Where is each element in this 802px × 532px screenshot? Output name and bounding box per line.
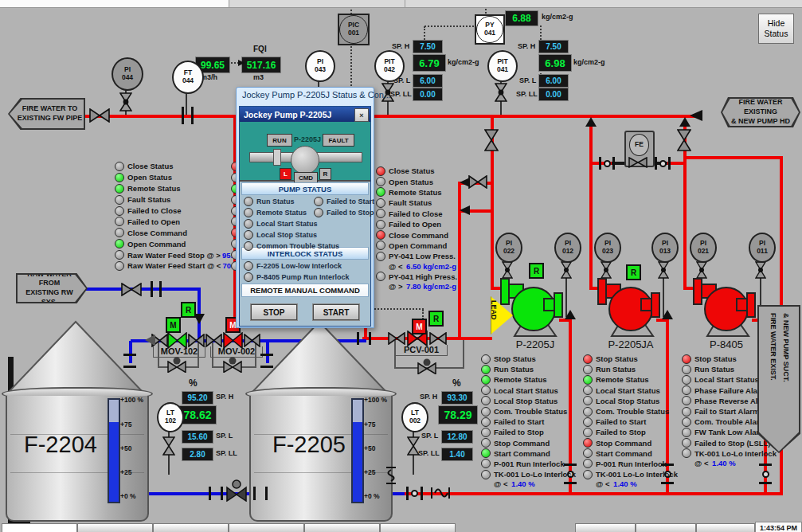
nav-button[interactable] <box>575 523 636 532</box>
nav-button[interactable] <box>380 523 456 532</box>
status-lamp-gray <box>115 261 124 271</box>
pump-p2205ja[interactable] <box>596 277 666 338</box>
status-label: Failed to Stop <box>596 428 646 436</box>
globe-valve-icon[interactable] <box>167 357 186 373</box>
status-lamp-gray <box>244 208 253 217</box>
instrument-pi-044[interactable]: PI 044 <box>111 57 143 91</box>
status-row: Remote Status <box>481 374 581 385</box>
sp-label: SP. H <box>518 42 535 50</box>
nav-button[interactable] <box>304 523 380 532</box>
status-row: Com. Trouble Status <box>583 406 683 417</box>
pump-p2205j[interactable] <box>499 277 569 338</box>
valve-icon[interactable] <box>429 332 447 345</box>
sp-value: 95.20 <box>187 393 207 402</box>
instrument-tag: 023 <box>602 248 613 256</box>
popup-title-bar[interactable]: Jockey Pump P-2205J <box>240 107 370 122</box>
mov102-remote-badge: R <box>181 302 196 318</box>
nav-button[interactable] <box>229 523 304 532</box>
status-label: P-8405 Pump Run Interlock <box>256 273 350 281</box>
instrument-pit-042[interactable]: PIT 042 <box>374 50 405 82</box>
level-fill <box>353 422 362 502</box>
instrument-pi-021[interactable]: PI021 <box>690 233 717 263</box>
f2204-level-gauge <box>108 398 120 503</box>
fqi-label: FQI <box>253 45 267 53</box>
pump-p8405[interactable] <box>691 277 761 338</box>
status-label: Failed to Open <box>389 220 441 229</box>
p2205j-status-list: Stop StatusRun StatusRemote StatusLocal … <box>481 354 581 489</box>
instrument-tag: 011 <box>757 248 768 256</box>
lt102-sp-low: 15.60 <box>182 430 213 444</box>
status-row: P-001 Run Interlock <box>583 459 683 469</box>
instrument-tag: 041 <box>484 29 495 37</box>
instrument-pi-013[interactable]: PI013 <box>651 233 679 263</box>
valve-icon[interactable] <box>188 334 205 347</box>
valve-icon[interactable] <box>677 129 691 151</box>
instrument-py-041[interactable]: PY 041 <box>475 14 505 45</box>
flow-arrow-up <box>679 117 691 127</box>
status-row: Open Status <box>376 176 478 186</box>
status-row: Failed to Start <box>583 417 683 427</box>
status-lamp-gray <box>115 206 124 216</box>
status-lamp-gray <box>682 428 691 437</box>
status-lamp-gray <box>583 428 593 437</box>
p2205ja-remote-badge: R <box>626 264 641 280</box>
status-label: Remote Status <box>256 209 307 217</box>
status-lamp-gray <box>583 385 593 395</box>
instrument-pi-022[interactable]: PI022 <box>495 233 522 263</box>
status-lamp-green <box>481 375 491 385</box>
status-row: Close Command <box>115 227 241 238</box>
flow-label-line: FIRE WATER EXISTING <box>722 98 799 116</box>
nav-button[interactable] <box>153 523 229 532</box>
start-button[interactable]: START <box>313 304 359 320</box>
nav-button[interactable] <box>696 523 755 532</box>
globe-valve-icon[interactable] <box>417 358 436 374</box>
valve-icon[interactable] <box>121 283 142 296</box>
status-label: FW Tank Low Alarm <box>694 428 766 436</box>
status-label: Open Command <box>389 241 447 250</box>
nav-button[interactable] <box>2 523 77 532</box>
status-label: PY-041 High Press. <box>389 272 457 281</box>
instrument-tag: 041 <box>497 66 508 74</box>
instrument-pit-041[interactable]: PIT 041 <box>487 50 518 82</box>
mov-002-valve[interactable] <box>223 332 243 349</box>
status-label: Stop Status <box>494 354 536 363</box>
actuated-valve-icon <box>696 261 707 279</box>
valve-icon[interactable] <box>484 129 499 151</box>
instrument-pi-023[interactable]: PI023 <box>594 233 621 263</box>
status-lamp-green <box>481 448 491 458</box>
sp-value: 0.00 <box>546 90 561 99</box>
instrument-pi-011[interactable]: PI011 <box>749 233 776 263</box>
sp-high-display: 7.50 <box>413 40 443 53</box>
status-sublabel: @ < 1.40 % <box>494 479 581 489</box>
lt102-level-display: 78.62 <box>178 405 217 424</box>
instrument-pi-012[interactable]: PI012 <box>554 233 581 263</box>
status-lamp-gray <box>682 365 691 374</box>
signal-line <box>424 26 425 40</box>
status-label: TK-001 Lo-Lo Interlock <box>596 470 678 479</box>
status-label: Fail to Start Alarm <box>694 407 759 416</box>
sp-value: 6.00 <box>546 76 561 85</box>
hide-status-button[interactable]: Hide Status <box>758 14 794 44</box>
instrument-pi-043[interactable]: PI 043 <box>305 50 335 82</box>
instrument-lt-102[interactable]: LT 102 <box>157 402 184 432</box>
nav-button[interactable] <box>77 523 153 532</box>
stop-button[interactable]: STOP <box>251 304 297 320</box>
lt002-sp-lowlow: 1.40 <box>441 448 473 461</box>
status-row: Remote Status <box>583 374 683 385</box>
pump-nozzle <box>273 149 281 166</box>
popup-pump-graphic-panel: RUN P-2205J FAULT L R CMD <box>240 122 370 182</box>
valve-icon[interactable] <box>89 108 110 123</box>
mov-102-valve[interactable] <box>167 332 187 349</box>
instrument-pic-001[interactable]: PIC 001 <box>338 14 370 45</box>
pcv-mode-badge: M <box>412 319 427 334</box>
hand-valve-icon[interactable] <box>226 479 247 502</box>
flow-label-raw-water: RAW WATER FROM EXISTING RW SYS. <box>16 273 88 303</box>
instrument-ft-044[interactable]: FT 044 <box>172 61 204 94</box>
status-row: Remote Status <box>244 207 317 218</box>
close-icon[interactable]: × <box>354 108 369 122</box>
instrument-lt-002[interactable]: LT 002 <box>401 402 428 432</box>
status-label: Close Status <box>389 166 435 175</box>
nav-button[interactable] <box>636 523 696 532</box>
valve-icon[interactable] <box>205 334 222 347</box>
globe-valve-icon[interactable] <box>223 357 242 373</box>
